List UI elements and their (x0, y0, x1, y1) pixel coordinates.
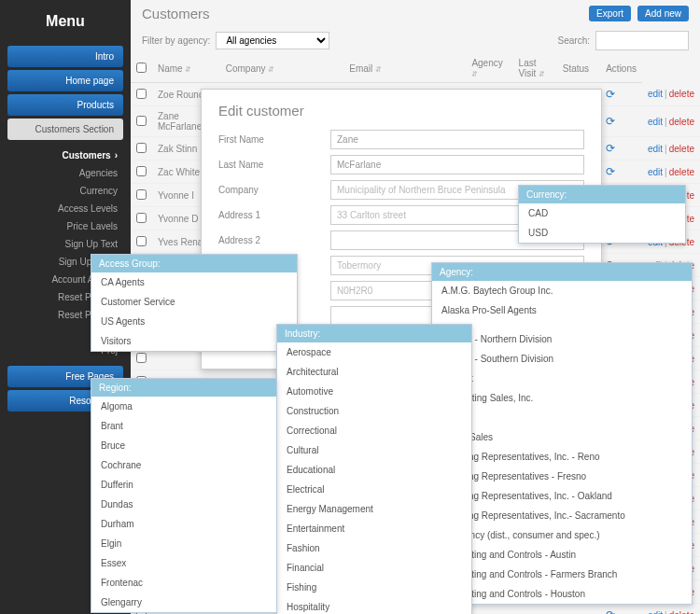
access-option[interactable]: Visitors (91, 331, 297, 351)
menu-title: Menu (0, 0, 131, 43)
sidebar-btn-intro[interactable]: Intro (7, 46, 123, 67)
industry-option[interactable]: Electrical (277, 480, 471, 499)
refresh-icon[interactable]: ⟳ (606, 88, 615, 101)
col-last-visit[interactable]: Last Visit (513, 54, 557, 83)
region-option[interactable]: Cochrane (91, 455, 276, 475)
refresh-icon[interactable]: ⟳ (606, 608, 615, 614)
region-option[interactable]: Elgin (91, 534, 276, 553)
col-status[interactable]: Status (557, 54, 600, 83)
export-button[interactable]: Export (589, 6, 631, 21)
currency-panel: Currency: CADUSD (518, 185, 686, 244)
cell-actions: edit|delete (642, 137, 700, 160)
row-checkbox[interactable] (136, 166, 147, 176)
region-panel-title: Region: (91, 379, 276, 397)
region-panel: Region: AlgomaBrantBruceCochraneDufferin… (91, 378, 277, 613)
industry-option[interactable]: Correctional (277, 421, 471, 440)
access-option[interactable]: Customer Service (91, 292, 297, 312)
address2-label: Address 2 (218, 235, 330, 245)
sidebar-item-access-levels[interactable]: Access Levels (0, 200, 131, 217)
sidebar-item-currency[interactable]: Currency (0, 182, 131, 200)
sidebar-btn-home-page[interactable]: Home page (7, 70, 123, 91)
region-option[interactable]: Glengarry (91, 593, 276, 612)
delete-link[interactable]: delete (669, 117, 694, 127)
edit-link[interactable]: edit (648, 144, 663, 154)
select-all-checkbox[interactable] (136, 63, 147, 73)
col-company[interactable]: Company (220, 54, 344, 83)
row-checkbox[interactable] (136, 189, 147, 200)
sidebar-btn-products[interactable]: Products (7, 94, 123, 116)
agency-option[interactable]: Alaska Pro-Sell Agents (432, 300, 692, 320)
region-option[interactable]: Algoma (91, 397, 276, 416)
delete-link[interactable]: delete (669, 144, 694, 154)
row-checkbox[interactable] (136, 89, 147, 99)
access-option[interactable]: CA Agents (91, 272, 297, 292)
region-option[interactable]: Bruce (91, 436, 276, 455)
first-name-label: First Name (218, 134, 330, 145)
sidebar-item-agencies[interactable]: Agencies (0, 164, 131, 182)
cell-actions: edit|delete (642, 160, 700, 184)
industry-option[interactable]: Financial (277, 558, 471, 578)
row-checkbox[interactable] (136, 116, 147, 126)
industry-option[interactable]: Entertainment (277, 519, 471, 538)
industry-option[interactable]: Energy Management (277, 499, 471, 519)
industry-option[interactable]: Fishing (277, 578, 471, 597)
col-email[interactable]: Email (343, 54, 466, 83)
company-label: Company (218, 185, 330, 195)
col-actions[interactable]: Actions (600, 54, 642, 83)
region-option[interactable]: Brant (91, 416, 276, 436)
delete-link[interactable]: delete (669, 167, 694, 177)
agency-filter-select[interactable]: All agencies (216, 32, 329, 49)
region-option[interactable]: Durham (91, 514, 276, 534)
sidebar-item-sign-up-text[interactable]: Sign Up Text (0, 235, 131, 253)
sidebar-item-price-lavels[interactable]: Price Lavels (0, 217, 131, 235)
industry-option[interactable]: Architectural (277, 362, 471, 382)
row-checkbox[interactable] (136, 213, 147, 223)
industry-panel-title: Industry: (277, 325, 471, 342)
agency-panel-title: Agency: (432, 263, 692, 281)
industry-option[interactable]: Hospitality (277, 597, 471, 614)
row-checkbox[interactable] (136, 236, 147, 246)
industry-option[interactable]: Automotive (277, 382, 471, 401)
edit-link[interactable]: edit (648, 117, 663, 127)
first-name-input[interactable] (330, 130, 584, 149)
cell-lastvisit (513, 604, 557, 615)
industry-option[interactable]: Cultural (277, 440, 471, 460)
region-option[interactable]: Frontenac (91, 573, 276, 593)
address1-label: Address 1 (218, 210, 330, 220)
edit-link[interactable]: edit (648, 89, 663, 99)
row-checkbox[interactable] (136, 143, 147, 153)
modal-title: Edit customer (218, 103, 584, 119)
refresh-icon[interactable]: ⟳ (606, 115, 615, 128)
agency-option[interactable]: A.M.G. Baytech Group Inc. (432, 281, 692, 300)
col-agency[interactable]: Agency (466, 54, 512, 83)
delete-link[interactable]: delete (669, 610, 694, 615)
industry-option[interactable]: Fashion (277, 538, 471, 558)
sidebar-item-customers[interactable]: Customers (0, 147, 131, 164)
refresh-icon[interactable]: ⟳ (606, 165, 615, 178)
region-option[interactable]: Essex (91, 553, 276, 573)
cell-actions: edit|delete (642, 83, 700, 106)
access-panel-title: Access Group: (91, 255, 297, 272)
region-option[interactable]: Dufferin (91, 475, 276, 495)
delete-link[interactable]: delete (669, 89, 694, 99)
search-label: Search: (558, 35, 590, 46)
region-option[interactable]: Dundas (91, 495, 276, 514)
access-option[interactable]: US Agents (91, 312, 297, 331)
edit-link[interactable]: edit (648, 167, 663, 177)
edit-link[interactable]: edit (648, 610, 663, 615)
sidebar-btn-customers-section[interactable]: Customers Section (7, 119, 123, 140)
cell-actions: edit|delete (642, 106, 700, 137)
industry-option[interactable]: Educational (277, 460, 471, 480)
add-new-button[interactable]: Add new (637, 6, 689, 21)
filter-label: Filter by agency: (142, 35, 210, 46)
currency-option[interactable]: USD (519, 223, 685, 243)
search-input[interactable] (595, 31, 689, 50)
industry-option[interactable]: Aerospace (277, 342, 471, 362)
access-group-panel: Access Group: CA AgentsCustomer ServiceU… (91, 254, 298, 352)
refresh-icon[interactable]: ⟳ (606, 142, 615, 155)
currency-option[interactable]: CAD (519, 203, 685, 223)
industry-option[interactable]: Construction (277, 401, 471, 421)
col-name[interactable]: Name (152, 54, 220, 83)
row-checkbox[interactable] (136, 353, 147, 363)
last-name-input[interactable] (330, 155, 584, 174)
